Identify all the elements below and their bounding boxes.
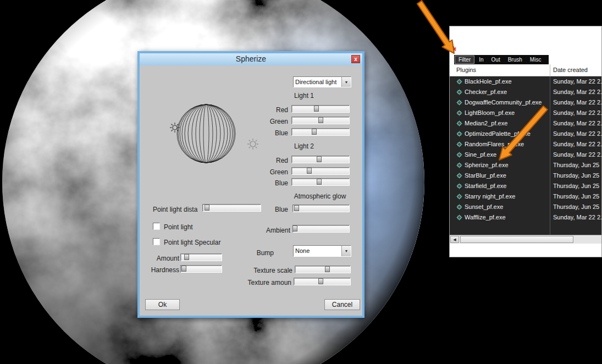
close-button[interactable]: x <box>351 55 360 63</box>
texture-scale-label: Texture scale <box>239 267 292 274</box>
slider-thumb[interactable] <box>307 168 312 174</box>
plugin-row[interactable]: Wafflize_pf.exe Sunday, Mar 22 2... <box>450 212 601 223</box>
plugin-name: RandomFlares_pf.exe <box>465 141 549 147</box>
slider-thumb[interactable] <box>184 254 189 260</box>
plugin-gear-icon <box>456 89 462 95</box>
plugin-name: OptimizedPalette_pf.exe <box>465 130 549 137</box>
scroll-left-button[interactable]: ◀ <box>450 236 459 243</box>
plugin-name: LightBloom_pf.exe <box>465 109 549 116</box>
light2-red-slider[interactable] <box>291 156 350 163</box>
plugin-gear-icon <box>456 131 462 137</box>
plugin-row[interactable]: Median2_pf.exe Sunday, Mar 22 2... <box>450 118 601 129</box>
plugin-list-header: Plugins Date created <box>450 64 601 76</box>
tab-brush[interactable]: Brush <box>505 56 526 63</box>
plugin-list: BlackHole_pf.exe Sunday, Mar 22 2... Che… <box>450 76 601 235</box>
plugin-date: Thursday, Jun 25 <box>553 172 601 179</box>
plugin-date: Sunday, Mar 22 2... <box>553 130 601 137</box>
point-light-distance-slider[interactable] <box>202 204 261 212</box>
plugin-date: Sunday, Mar 22 2... <box>553 120 601 126</box>
chevron-down-icon[interactable]: ▼ <box>341 77 351 87</box>
atmospheric-glow-label: Atmospheric glow <box>289 192 351 200</box>
light1-red-slider[interactable] <box>291 105 350 113</box>
light2-green-slider[interactable] <box>291 167 350 175</box>
slider-thumb[interactable] <box>317 179 322 185</box>
ok-button[interactable]: Ok <box>145 299 180 310</box>
plugin-gear-icon <box>456 120 462 126</box>
tab-in[interactable]: In <box>476 56 487 63</box>
plugin-row[interactable]: RandomFlares_pf.exe Sunday, Mar 22 2... <box>450 139 601 150</box>
plugin-browser-panel: ✱ Filter In Out Brush Misc Plugins Date … <box>449 26 602 257</box>
plugin-name: Wafflize_pf.exe <box>465 214 549 220</box>
light2-green-label: Green <box>247 168 288 176</box>
plugin-tool-icon[interactable]: ✱ <box>451 45 457 53</box>
slider-thumb[interactable] <box>312 129 317 135</box>
slider-thumb[interactable] <box>314 106 319 112</box>
plugin-gear-icon <box>456 173 462 179</box>
plugin-row[interactable]: BlackHole_pf.exe Sunday, Mar 22 2... <box>450 76 601 87</box>
plugin-name: Starfield_pf.exe <box>465 183 549 189</box>
plugin-row[interactable]: LightBloom_pf.exe Sunday, Mar 22 2... <box>450 108 601 118</box>
light1-green-slider[interactable] <box>291 117 350 124</box>
plugin-name: Sunset_pf.exe <box>465 203 549 210</box>
plugin-date: Thursday, Jun 25 <box>553 203 601 210</box>
plugin-date: Sunday, Mar 22 2... <box>553 214 601 220</box>
atmos-blue-slider[interactable] <box>292 205 350 212</box>
dialog-titlebar[interactable]: Spherize x <box>140 53 362 65</box>
plugin-row[interactable]: Spherize_pf.exe Thursday, Jun 25 <box>450 160 601 170</box>
slider-thumb[interactable] <box>325 266 330 272</box>
hardness-slider[interactable] <box>180 265 222 273</box>
light1-section-label: Light 1 <box>279 92 329 100</box>
texture-scale-slider[interactable] <box>295 266 351 273</box>
dialog-title: Spherize <box>140 53 362 65</box>
slider-thumb[interactable] <box>294 205 299 211</box>
plugin-date: Thursday, Jun 25 <box>553 193 601 200</box>
point-light-specular-checkbox[interactable] <box>153 238 160 245</box>
plugin-row[interactable]: DogwaffleCommunity_pf.exe Sunday, Mar 22… <box>450 97 601 108</box>
cancel-button[interactable]: Cancel <box>324 299 360 310</box>
slider-thumb[interactable] <box>318 117 323 123</box>
amount-slider[interactable] <box>180 253 222 261</box>
light2-section-label: Light 2 <box>279 142 329 150</box>
column-plugins[interactable]: Plugins <box>456 67 476 73</box>
plugin-gear-icon <box>456 204 462 210</box>
plugin-name: Spherize_pf.exe <box>465 162 549 168</box>
point-light-checkbox[interactable] <box>153 223 160 230</box>
light2-blue-slider[interactable] <box>291 178 350 186</box>
slider-thumb[interactable] <box>317 156 322 162</box>
column-date-created[interactable]: Date created <box>553 67 588 73</box>
plugin-name: BlackHole_pf.exe <box>465 78 549 85</box>
slider-thumb[interactable] <box>318 278 323 284</box>
plugin-gear-icon <box>456 194 462 200</box>
chevron-down-icon[interactable]: ▼ <box>341 246 351 256</box>
plugin-date: Thursday, Jun 25 <box>553 162 601 168</box>
plugin-row[interactable]: Starry night_pf.exe Thursday, Jun 25 <box>450 191 601 202</box>
slider-thumb[interactable] <box>205 205 209 211</box>
tab-filter[interactable]: Filter <box>455 56 474 64</box>
texture-amount-slider[interactable] <box>294 278 351 285</box>
plugin-row[interactable]: Sunset_pf.exe Thursday, Jun 25 <box>450 202 601 212</box>
ambient-label: Ambient <box>250 227 290 234</box>
light1-blue-slider[interactable] <box>291 128 350 136</box>
scrollbar-thumb[interactable] <box>460 236 573 243</box>
ambient-slider[interactable] <box>292 225 350 233</box>
light-type-dropdown[interactable]: Directional light ▼ <box>293 76 351 87</box>
plugin-name: Starry night_pf.exe <box>465 193 549 200</box>
plugin-name: StarBlur_pf.exe <box>465 172 549 179</box>
column-divider <box>550 64 550 76</box>
plugin-name: DogwaffleCommunity_pf.exe <box>465 99 549 106</box>
plugin-row[interactable]: StarBlur_pf.exe Thursday, Jun 25 <box>450 170 601 181</box>
panel-footer <box>450 244 601 257</box>
plugin-row[interactable]: Checker_pf.exe Sunday, Mar 22 2... <box>450 87 601 97</box>
tab-misc[interactable]: Misc <box>527 56 545 63</box>
bump-dropdown[interactable]: None ▼ <box>293 245 351 257</box>
plugin-gear-icon <box>456 152 462 158</box>
plugin-date: Thursday, Jun 25 <box>553 183 601 189</box>
plugin-row[interactable]: OptimizedPalette_pf.exe Sunday, Mar 22 2… <box>450 129 601 139</box>
plugin-row[interactable]: Sine_pf.exe Sunday, Mar 22 2... <box>450 150 601 160</box>
horizontal-scrollbar[interactable]: ◀ <box>450 235 601 244</box>
plugin-row[interactable]: Starfield_pf.exe Thursday, Jun 25 <box>450 181 601 191</box>
slider-thumb[interactable] <box>181 266 186 272</box>
plugin-date: Sunday, Mar 22 2... <box>553 151 601 158</box>
tab-out[interactable]: Out <box>488 56 504 63</box>
slider-thumb[interactable] <box>292 225 297 231</box>
